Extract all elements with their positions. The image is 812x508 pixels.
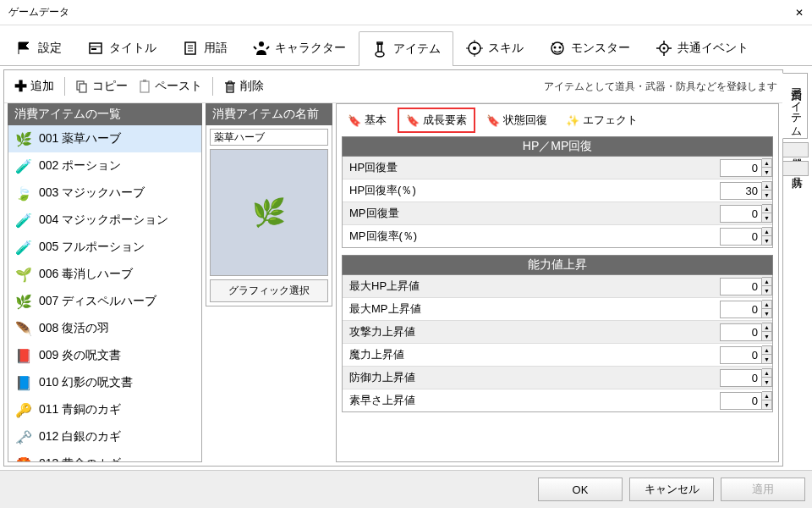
item-name-input[interactable] [210,129,328,146]
graphic-select-button[interactable]: グラフィック選択 [210,279,328,302]
tab-title[interactable]: タイトル [74,30,169,65]
spinner[interactable]: ▲▼ [762,158,772,177]
list-item[interactable]: 📕009 炎の呪文書 [8,342,201,369]
copy-button[interactable]: コピー [70,77,133,96]
spinner-up-icon[interactable]: ▲ [762,182,771,190]
subtab-growth[interactable]: 🔖成長要素 [398,108,475,133]
spinner-down-icon[interactable]: ▼ [762,168,771,176]
field-value-input[interactable] [720,323,762,341]
spinner-down-icon[interactable]: ▼ [762,236,771,245]
list-item[interactable]: 🧪004 マジックポーション [8,207,201,234]
spinner[interactable]: ▲▼ [762,391,772,410]
tab-monster[interactable]: モンスター [536,30,643,65]
delete-button[interactable]: 削除 [218,77,269,96]
spinner-up-icon[interactable]: ▲ [762,346,771,355]
paste-icon [138,80,151,93]
spinner-up-icon[interactable]: ▲ [762,228,771,236]
item-icon: 🏵️ [14,454,34,462]
sidetab-consumable[interactable]: 消費アイテム [782,73,808,139]
character-icon [253,40,270,57]
tab-skill[interactable]: スキル [453,30,536,65]
item-icon: 🌿 [14,291,34,312]
tab-common-event[interactable]: 共通イベント [643,30,761,65]
field-label: HP回復量 [343,157,720,179]
add-button[interactable]: ✚追加 [9,75,59,97]
tab-terms[interactable]: 用語 [169,30,240,65]
field-value-input[interactable] [720,182,762,200]
item-icon [371,41,388,58]
spinner[interactable]: ▲▼ [762,368,772,387]
list-item[interactable]: 🌱006 毒消しハーブ [8,261,201,288]
list-item[interactable]: 🌿001 薬草ハーブ [8,125,201,152]
spinner[interactable]: ▲▼ [762,323,772,341]
tab-character[interactable]: キャラクター [240,30,359,65]
spinner-down-icon[interactable]: ▼ [762,213,771,222]
subtab-effect[interactable]: ✨エフェクト [558,108,645,133]
list-item[interactable]: 🪶008 復活の羽 [8,315,201,342]
spinner-down-icon[interactable]: ▼ [762,309,771,318]
spinner-up-icon[interactable]: ▲ [762,205,771,213]
flag-icon [16,40,33,57]
spinner[interactable]: ▲▼ [762,345,772,364]
list-item[interactable]: 🌿007 ディスペルハーブ [8,288,201,315]
sidetab-armor[interactable]: 防具 [783,161,809,176]
svg-point-10 [376,52,384,57]
item-list[interactable]: 🌿001 薬草ハーブ🧪002 ポーション🍃003 マジックハーブ🧪004 マジッ… [8,125,202,462]
item-label: 013 黄金のカギ [39,456,121,462]
field-value-input[interactable] [720,278,762,295]
subtab-basic[interactable]: 🔖基本 [340,108,394,133]
skill-icon [466,40,483,57]
list-item[interactable]: 📘010 幻影の呪文書 [8,369,201,396]
list-item[interactable]: 🧪005 フルポーション [8,234,201,261]
item-icon: 🧪 [14,237,34,257]
spinner-down-icon[interactable]: ▼ [762,378,771,386]
list-item[interactable]: 🍃003 マジックハーブ [8,179,201,207]
spinner-down-icon[interactable]: ▼ [762,332,771,340]
spinner[interactable]: ▲▼ [762,300,772,318]
subtab-recovery[interactable]: 🔖状態回復 [479,108,555,133]
ok-button[interactable]: OK [538,478,623,501]
spinner-up-icon[interactable]: ▲ [762,392,771,400]
field-value-input[interactable] [720,392,762,410]
list-item[interactable]: 🧪002 ポーション [8,152,201,179]
spinner-up-icon[interactable]: ▲ [762,369,771,378]
spinner[interactable]: ▲▼ [762,277,772,295]
herb-icon: 🌿 [252,196,286,229]
spinner-down-icon[interactable]: ▼ [762,400,771,409]
tab-settings[interactable]: 設定 [3,30,74,65]
list-item[interactable]: 🔑011 青銅のカギ [8,396,201,423]
item-icon: 🌿 [14,129,34,149]
field-value-input[interactable] [720,301,762,318]
item-label: 005 フルポーション [39,240,145,255]
tab-item[interactable]: アイテム [359,31,453,66]
spinner[interactable]: ▲▼ [762,204,772,223]
field-value-input[interactable] [720,205,762,223]
cancel-button[interactable]: キャンセル [629,478,714,501]
spinner-up-icon[interactable]: ▲ [762,159,771,168]
svg-line-8 [254,47,256,49]
window-title: ゲームデータ [8,5,69,19]
list-item[interactable]: 🏵️013 黄金のカギ [8,450,201,462]
spinner[interactable]: ▲▼ [762,227,772,246]
paste-button[interactable]: ペースト [133,77,207,96]
field-value-input[interactable] [720,369,762,387]
list-item[interactable]: 🗝️012 白銀のカギ [8,423,201,450]
spinner-down-icon[interactable]: ▼ [762,190,771,199]
field-value-input[interactable] [720,346,762,364]
spinner-up-icon[interactable]: ▲ [762,323,771,332]
spinner-down-icon[interactable]: ▼ [762,355,771,363]
item-label: 004 マジックポーション [39,213,168,228]
spinner-down-icon[interactable]: ▼ [762,286,771,295]
spinner-up-icon[interactable]: ▲ [762,278,771,286]
close-icon[interactable]: ✕ [795,7,804,19]
subtabs: 🔖基本 🔖成長要素 🔖状態回復 ✨エフェクト [337,104,778,136]
bottom-bar: OK キャンセル 適用 [0,470,812,508]
svg-rect-11 [377,42,382,44]
field-value-input[interactable] [720,159,762,177]
terms-icon [182,40,199,57]
apply-button[interactable]: 適用 [721,478,805,501]
sidetab-weapon[interactable]: 武器 [783,142,809,157]
field-value-input[interactable] [720,228,762,246]
spinner-up-icon[interactable]: ▲ [762,301,771,309]
spinner[interactable]: ▲▼ [762,181,772,200]
